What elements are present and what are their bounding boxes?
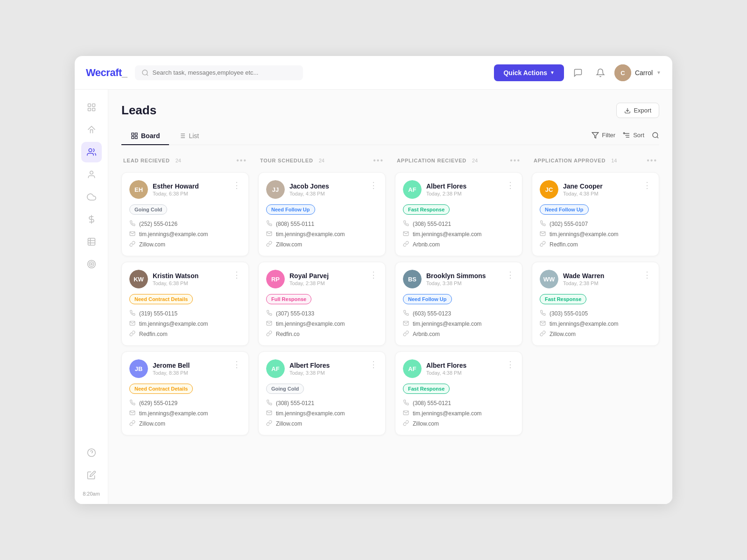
search-filter-button[interactable]: [652, 132, 659, 139]
filter-sort-bar: Filter Sort: [592, 127, 659, 145]
card-menu-button[interactable]: ⋮: [643, 180, 651, 190]
source-row: Zillow.com: [540, 330, 651, 338]
column-menu-button[interactable]: •••: [236, 156, 247, 165]
svg-rect-11: [88, 238, 95, 245]
column-menu-button[interactable]: •••: [647, 156, 657, 165]
card-albert-flores-2[interactable]: AF Albert Flores Today, 3:38 PM ⋮ Going …: [258, 351, 386, 435]
card-header: RP Royal Parvej Today, 2:38 PM ⋮: [266, 270, 378, 288]
card-jerome-bell[interactable]: JB Jerome Bell Today, 8:38 PM ⋮ Need Con…: [121, 351, 249, 435]
svg-text:JB: JB: [135, 365, 143, 372]
card-jane-cooper[interactable]: JC Jane Cooper Today, 4:38 PM ⋮ Need Fol…: [532, 172, 659, 256]
link-icon: [129, 420, 135, 427]
card-menu-button[interactable]: ⋮: [233, 270, 241, 280]
source-row: Zillow.com: [266, 420, 378, 427]
tab-list[interactable]: List: [169, 127, 208, 145]
card-menu-button[interactable]: ⋮: [369, 359, 378, 370]
sidebar-item-grid[interactable]: [81, 97, 102, 118]
column-menu-button[interactable]: •••: [510, 156, 521, 165]
source-row: Redfin.com: [129, 330, 241, 338]
email-row: tim.jennings@example.com: [403, 320, 514, 328]
email-value: tim.jennings@example.com: [413, 231, 482, 238]
card-menu-button[interactable]: ⋮: [233, 359, 241, 370]
card-header: JB Jerome Bell Today, 8:38 PM ⋮: [129, 359, 241, 378]
person-time: Today, 2:38 PM: [426, 191, 466, 196]
svg-point-36: [653, 133, 658, 138]
card-menu-button[interactable]: ⋮: [233, 180, 241, 190]
source-value: Zillow.com: [550, 331, 576, 337]
card-menu-button[interactable]: ⋮: [506, 270, 514, 280]
tab-board[interactable]: Board: [121, 127, 169, 145]
sort-button[interactable]: Sort: [623, 132, 644, 139]
person-name: Jane Cooper: [563, 182, 603, 190]
email-row: tim.jennings@example.com: [403, 410, 514, 417]
card-menu-button[interactable]: ⋮: [369, 270, 378, 280]
column-tour-scheduled: TOUR SCHEDULED 24 ••• JJ Jacob Jones Tod…: [258, 156, 386, 435]
phone-icon: [403, 310, 409, 317]
link-icon: [403, 420, 409, 427]
card-details: (307) 555-0133 tim.jennings@example.com …: [266, 310, 378, 338]
email-value: tim.jennings@example.com: [550, 321, 619, 327]
phone-row: (308) 555-0121: [403, 220, 514, 228]
svg-rect-6: [88, 108, 91, 111]
svg-text:EH: EH: [134, 186, 143, 193]
email-value: tim.jennings@example.com: [550, 231, 619, 238]
person-name: Wade Warren: [563, 272, 604, 280]
search-icon: [141, 69, 149, 77]
tabs: Board List Filter Sort: [121, 127, 659, 145]
card-royal-parvej[interactable]: RP Royal Parvej Today, 2:38 PM ⋮ Full Re…: [258, 262, 386, 346]
search-bar[interactable]: [135, 65, 303, 80]
card-kristin-watson[interactable]: KW Kristin Watson Today, 6:38 PM ⋮ Need …: [121, 262, 249, 346]
svg-text:AF: AF: [408, 365, 416, 372]
card-albert-flores-3[interactable]: AF Albert Flores Today, 4:38 PM ⋮ Fast R…: [395, 351, 522, 435]
sidebar-item-help[interactable]: [81, 442, 102, 463]
sidebar-item-home[interactable]: [81, 119, 102, 140]
person-time: Today, 2:38 PM: [563, 280, 604, 286]
status-badge: Going Cold: [129, 204, 167, 215]
svg-text:AF: AF: [408, 186, 416, 193]
phone-row: (319) 555-0115: [129, 310, 241, 317]
avatar: RP: [266, 270, 285, 288]
card-menu-button[interactable]: ⋮: [506, 359, 514, 370]
card-esther-howard[interactable]: EH Esther Howard Today, 6:38 PM ⋮ Going …: [121, 172, 249, 256]
message-icon[interactable]: [570, 64, 586, 81]
card-header: AF Albert Flores Today, 4:38 PM ⋮: [403, 359, 514, 378]
email-icon: [266, 320, 272, 328]
sidebar-item-edit[interactable]: [81, 465, 102, 485]
card-header: JC Jane Cooper Today, 4:38 PM ⋮: [540, 180, 651, 199]
user-profile-button[interactable]: C Carrol ▼: [614, 64, 661, 81]
phone-value: (629) 555-0129: [139, 400, 177, 406]
sidebar-item-cloud[interactable]: [81, 187, 102, 207]
card-wade-warren[interactable]: WW Wade Warren Today, 2:38 PM ⋮ Fast Res…: [532, 262, 659, 346]
quick-actions-button[interactable]: Quick Actions ▼: [494, 64, 564, 81]
svg-rect-23: [132, 136, 134, 139]
card-jacob-jones[interactable]: JJ Jacob Jones Today, 4:38 PM ⋮ Need Fol…: [258, 172, 386, 256]
email-value: tim.jennings@example.com: [139, 410, 208, 417]
card-menu-button[interactable]: ⋮: [643, 270, 651, 280]
card-menu-button[interactable]: ⋮: [369, 180, 378, 190]
user-chevron-icon: ▼: [656, 70, 661, 75]
person-name: Royal Parvej: [289, 272, 329, 280]
sidebar-item-chart[interactable]: [81, 231, 102, 252]
sidebar-item-dollar[interactable]: [81, 209, 102, 230]
phone-row: (308) 555-0121: [403, 399, 514, 407]
card-albert-flores[interactable]: AF Albert Flores Today, 2:38 PM ⋮ Fast R…: [395, 172, 522, 256]
notification-icon[interactable]: [592, 64, 609, 81]
export-button[interactable]: Export: [616, 103, 659, 118]
card-brooklyn-simmons[interactable]: BS Brooklyn Simmons Today, 3:38 PM ⋮ Nee…: [395, 262, 522, 346]
phone-value: (319) 555-0115: [139, 310, 177, 317]
sidebar-item-user[interactable]: [81, 164, 102, 185]
phone-value: (308) 555-0121: [413, 400, 451, 406]
sidebar-item-people[interactable]: [81, 142, 102, 162]
column-application-received: APPLICATION RECIEVED 24 ••• AF Albert Fl…: [395, 156, 522, 435]
link-icon: [266, 420, 272, 427]
filter-button[interactable]: Filter: [592, 132, 615, 139]
person-time: Today, 4:38 PM: [426, 370, 466, 376]
column-title: LEAD RECIEVED: [123, 158, 170, 163]
email-icon: [129, 320, 135, 328]
card-header: EH Esther Howard Today, 6:38 PM ⋮: [129, 180, 241, 199]
sidebar-item-target[interactable]: [81, 254, 102, 274]
card-menu-button[interactable]: ⋮: [506, 180, 514, 190]
card-header: KW Kristin Watson Today, 6:38 PM ⋮: [129, 270, 241, 288]
search-input[interactable]: [153, 69, 296, 76]
column-menu-button[interactable]: •••: [373, 156, 384, 165]
